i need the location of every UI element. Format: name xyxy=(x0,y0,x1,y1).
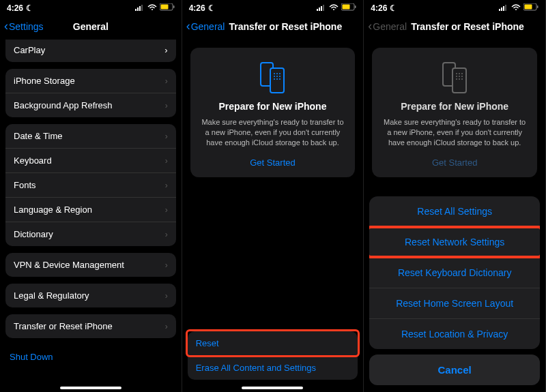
row-vpn-device-management[interactable]: VPN & Device Management› xyxy=(5,253,176,277)
screen-general-settings: 4:26 ☾ ‹ Settings General CarPlay › iPho… xyxy=(0,0,182,392)
svg-rect-7 xyxy=(173,5,175,8)
row-label: Keyboard xyxy=(14,155,52,166)
svg-point-43 xyxy=(456,78,457,80)
svg-rect-6 xyxy=(160,5,168,10)
back-button[interactable]: ‹ General xyxy=(186,21,225,32)
back-label: General xyxy=(191,21,225,32)
svg-rect-17 xyxy=(270,68,284,93)
svg-point-24 xyxy=(274,78,275,80)
svg-point-31 xyxy=(515,9,517,10)
row-label: Language & Region xyxy=(14,205,92,215)
svg-point-42 xyxy=(461,76,463,77)
row-label: Fonts xyxy=(14,180,36,190)
option-reset-network-settings[interactable]: Reset Network Settings xyxy=(369,227,540,258)
svg-rect-14 xyxy=(343,5,350,10)
status-bar: 4:26 ☾ xyxy=(182,0,364,14)
cellular-signal-icon xyxy=(499,3,508,13)
svg-rect-0 xyxy=(135,9,136,11)
row-iphone-storage[interactable]: iPhone Storage› xyxy=(5,69,176,93)
row-background-app-refresh[interactable]: Background App Refresh› xyxy=(5,93,176,117)
row-carplay[interactable]: CarPlay › xyxy=(5,40,176,62)
row-legal-regulatory[interactable]: Legal & Regulatory› xyxy=(5,284,176,307)
row-keyboard[interactable]: Keyboard› xyxy=(5,149,176,173)
card-body: Make sure everything's ready to transfer… xyxy=(382,117,528,148)
svg-point-12 xyxy=(333,9,334,10)
screen-reset-action-sheet: 4:26 ☾ ‹ General Transfer or Reset iPhon… xyxy=(364,0,546,392)
svg-point-41 xyxy=(459,76,460,77)
svg-rect-10 xyxy=(321,6,322,11)
status-bar: 4:26 ☾ xyxy=(364,0,545,14)
status-right-cluster xyxy=(317,3,356,13)
status-time: 4:26 xyxy=(189,3,205,13)
row-label: Reset xyxy=(196,338,219,348)
chevron-left-icon: ‹ xyxy=(4,20,8,32)
home-indicator[interactable] xyxy=(242,387,303,389)
status-time: 4:26 xyxy=(7,3,23,13)
row-reset[interactable]: Reset xyxy=(188,331,358,356)
svg-point-25 xyxy=(276,78,278,80)
svg-rect-30 xyxy=(505,5,506,11)
group-localization: Date & Time› Keyboard› Fonts› Language &… xyxy=(5,124,176,246)
phones-icon xyxy=(382,60,528,94)
svg-rect-27 xyxy=(499,9,500,11)
chevron-right-icon: › xyxy=(165,260,168,270)
svg-point-21 xyxy=(274,76,275,77)
nav-bar: ‹ General Transfer or Reset iPhone xyxy=(364,14,545,40)
row-language-region[interactable]: Language & Region› xyxy=(5,198,176,222)
option-reset-keyboard-dictionary[interactable]: Reset Keyboard Dictionary xyxy=(369,258,540,288)
option-reset-all-settings[interactable]: Reset All Settings xyxy=(369,196,540,227)
chevron-right-icon: › xyxy=(165,156,168,166)
row-erase-all[interactable]: Erase All Content and Settings xyxy=(188,356,358,380)
prepare-card: Prepare for New iPhone Make sure everyth… xyxy=(372,48,537,177)
svg-rect-8 xyxy=(317,9,318,11)
svg-rect-36 xyxy=(452,68,466,93)
row-label: Dictionary xyxy=(14,229,53,239)
row-label: Erase All Content and Settings xyxy=(196,363,316,373)
back-label: General xyxy=(373,21,407,32)
row-fonts[interactable]: Fonts› xyxy=(5,173,176,198)
svg-point-38 xyxy=(459,73,460,74)
status-right-cluster xyxy=(499,3,538,13)
svg-point-37 xyxy=(456,73,457,74)
reset-options-list: Reset Erase All Content and Settings xyxy=(188,331,358,380)
get-started-button[interactable]: Get Started xyxy=(200,157,346,168)
row-transfer-or-reset-iphone[interactable]: Transfer or Reset iPhone› xyxy=(5,314,176,338)
dnd-moon-icon: ☾ xyxy=(208,3,216,13)
svg-point-19 xyxy=(276,73,278,74)
nav-bar: ‹ Settings General xyxy=(0,14,182,40)
page-title: Transfer or Reset iPhone xyxy=(411,21,524,32)
chevron-left-icon: ‹ xyxy=(186,20,190,32)
screen-transfer-or-reset: 4:26 ☾ ‹ General Transfer or Reset iPhon… xyxy=(182,0,364,392)
svg-rect-9 xyxy=(319,7,320,11)
prepare-card: Prepare for New iPhone Make sure everyth… xyxy=(190,48,356,177)
svg-rect-29 xyxy=(503,6,504,11)
chevron-right-icon: › xyxy=(165,76,168,86)
status-time: 4:26 xyxy=(371,3,387,13)
dnd-moon-icon: ☾ xyxy=(26,3,33,13)
group-transfer-reset: Transfer or Reset iPhone› xyxy=(5,314,176,338)
chevron-right-icon: › xyxy=(164,45,167,55)
reset-action-sheet: Reset All Settings Reset Network Setting… xyxy=(369,196,540,385)
option-reset-home-screen-layout[interactable]: Reset Home Screen Layout xyxy=(369,288,540,319)
dnd-moon-icon: ☾ xyxy=(390,3,397,13)
back-button[interactable]: ‹ Settings xyxy=(4,21,44,32)
row-dictionary[interactable]: Dictionary› xyxy=(5,222,176,246)
action-sheet-options: Reset All Settings Reset Network Setting… xyxy=(369,196,540,349)
battery-icon xyxy=(160,3,175,13)
row-shut-down[interactable]: Shut Down xyxy=(0,345,182,369)
home-indicator[interactable] xyxy=(60,387,121,389)
chevron-left-icon: ‹ xyxy=(368,20,372,32)
chevron-right-icon: › xyxy=(165,230,168,239)
back-label: Settings xyxy=(9,21,44,32)
svg-rect-34 xyxy=(537,5,538,8)
battery-icon xyxy=(341,3,356,13)
row-date-time[interactable]: Date & Time› xyxy=(5,124,176,149)
wifi-icon xyxy=(147,3,157,13)
status-bar: 4:26 ☾ xyxy=(0,0,182,14)
cellular-signal-icon xyxy=(135,3,145,13)
card-body: Make sure everything's ready to transfer… xyxy=(200,117,346,148)
option-reset-location-privacy[interactable]: Reset Location & Privacy xyxy=(369,319,540,349)
status-right-cluster xyxy=(135,3,175,13)
row-label: Background App Refresh xyxy=(14,100,113,110)
cancel-button[interactable]: Cancel xyxy=(369,355,540,385)
